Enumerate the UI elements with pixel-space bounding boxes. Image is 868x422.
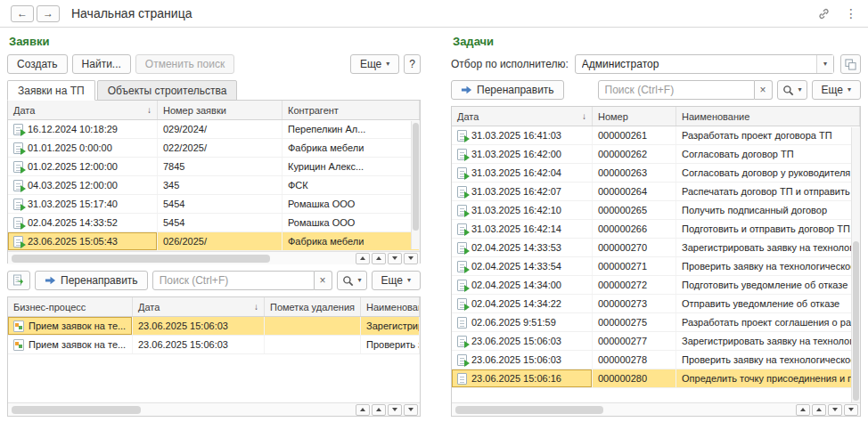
- scroll-to-top-button[interactable]: [356, 404, 370, 416]
- search-options-button[interactable]: ▾: [337, 271, 367, 290]
- scrollbar-thumb[interactable]: [12, 255, 270, 263]
- cell-date: 23.06.2025 15:06:03: [452, 332, 593, 350]
- cell-number: 7845: [158, 158, 283, 175]
- link-icon[interactable]: [817, 7, 831, 20]
- task-doc-icon: [457, 242, 467, 254]
- cancel-search-button[interactable]: Отменить поиск: [135, 54, 234, 74]
- horizontal-scrollbar[interactable]: [8, 402, 420, 416]
- table-row[interactable]: 31.03.2025 16:42:07 000000264 Распечатат…: [452, 183, 860, 201]
- redirect-button[interactable]: Перенаправить: [451, 80, 564, 100]
- clear-search-button[interactable]: ×: [315, 271, 332, 290]
- table-row[interactable]: 23.06.2025 15:06:03 000000277 Зарегистри…: [452, 332, 860, 351]
- table-row[interactable]: 31.03.2025 16:42:10 000000265 Получить п…: [452, 201, 860, 220]
- table-row[interactable]: 02.04.2025 14:33:52 5454 Ромашка ООО: [8, 214, 420, 232]
- redirect-label: Перенаправить: [61, 274, 138, 287]
- table-row[interactable]: 23.06.2025 15:06:16 000000280 Определить…: [452, 369, 860, 388]
- scroll-to-bottom-button[interactable]: [844, 404, 858, 416]
- cell-date: 31.03.2025 16:42:00: [452, 145, 593, 163]
- table-row[interactable]: 01.02.2025 12:00:00 7845 Курицин Алекс..…: [8, 158, 420, 176]
- column-header-name[interactable]: Наименование: [361, 297, 420, 316]
- horizontal-scrollbar[interactable]: [8, 251, 420, 264]
- scroll-up-button[interactable]: [812, 404, 826, 416]
- tab-construction-objects[interactable]: Объекты строительства: [97, 80, 238, 101]
- help-button[interactable]: ?: [404, 54, 421, 74]
- create-button[interactable]: Создать: [7, 54, 68, 74]
- cell-text: 02.04.2025 14:33:52: [28, 217, 118, 228]
- table-row[interactable]: 01.01.2025 0:00:00 022/2025/ Фабрика меб…: [8, 139, 420, 158]
- table-row[interactable]: 23.06.2025 15:05:43 026/2025/ Фабрика ме…: [8, 232, 420, 251]
- tab-requests-tp[interactable]: Заявки на ТП: [7, 80, 95, 101]
- cell-text: 7845: [163, 161, 184, 172]
- column-header-name[interactable]: Наименование: [676, 107, 860, 126]
- scrollbar-thumb[interactable]: [455, 406, 603, 414]
- table-row[interactable]: 31.03.2025 16:41:03 000000261 Разработат…: [452, 126, 860, 145]
- table-row[interactable]: 04.03.2025 12:00:00 345 ФСК: [8, 176, 420, 195]
- search-group: ×: [598, 80, 773, 100]
- table-row[interactable]: Прием заявок на те... 23.06.2025 15:06:0…: [8, 317, 420, 336]
- table-row[interactable]: 31.03.2025 16:42:00 000000262 Согласоват…: [452, 145, 860, 164]
- table-row[interactable]: 16.12.2024 10:18:29 029/2024/ Перепелкин…: [8, 120, 420, 139]
- cell-text: 31.03.2025 16:42:10: [471, 205, 561, 215]
- scroll-down-button[interactable]: [828, 404, 842, 416]
- column-header-date[interactable]: Дата ↓: [133, 297, 265, 316]
- scroll-up-button[interactable]: [372, 404, 386, 416]
- table-row[interactable]: 02.06.2025 9:51:59 000000275 Разработать…: [452, 313, 860, 332]
- column-header-number[interactable]: Номер: [593, 107, 676, 126]
- more-button[interactable]: Еще ▾: [372, 271, 421, 290]
- create-based-on-button[interactable]: [7, 271, 30, 290]
- scroll-up-button[interactable]: [372, 253, 386, 264]
- scrollbar-thumb[interactable]: [413, 123, 419, 231]
- cell-text: 31.03.2025 16:42:00: [471, 149, 561, 159]
- search-options-button[interactable]: ▾: [777, 80, 807, 100]
- more-button[interactable]: Еще ▾: [812, 80, 861, 100]
- column-header-process[interactable]: Бизнес-процесс: [8, 297, 133, 316]
- cell-text: 000000261: [598, 130, 647, 141]
- back-button[interactable]: ←: [11, 5, 34, 22]
- table-row[interactable]: Прием заявок на те... 23.06.2025 15:06:0…: [8, 336, 420, 354]
- forward-button[interactable]: →: [37, 5, 60, 22]
- scrollbar-thumb[interactable]: [12, 406, 141, 414]
- table-row[interactable]: 31.03.2025 15:17:40 5454 Ромашка ООО: [8, 195, 420, 214]
- cell-name: Подготовить и отправить договор ТП в ...: [676, 220, 860, 238]
- cell-text: Курицин Алекс...: [288, 161, 364, 172]
- table-row[interactable]: 31.03.2025 16:42:04 000000263 Согласоват…: [452, 164, 860, 183]
- cell-text: 000000278: [598, 354, 647, 365]
- table-row[interactable]: 31.03.2025 16:42:14 000000266 Подготовит…: [452, 220, 860, 239]
- table-row[interactable]: 02.04.2025 14:34:22 000000273 Отправить …: [452, 295, 860, 313]
- scroll-to-top-button[interactable]: [796, 404, 810, 416]
- find-button[interactable]: Найти...: [72, 54, 131, 74]
- redirect-button[interactable]: Перенаправить: [35, 271, 148, 290]
- cell-date: 02.04.2025 14:33:52: [8, 214, 158, 231]
- scroll-to-bottom-button[interactable]: [404, 404, 418, 416]
- executor-input[interactable]: [576, 55, 816, 73]
- search-input[interactable]: [598, 80, 755, 100]
- table-row[interactable]: 23.06.2025 15:06:03 000000278 Проверить …: [452, 351, 860, 369]
- scroll-to-top-button[interactable]: [356, 253, 370, 264]
- executor-dropdown-button[interactable]: ▾: [816, 55, 833, 73]
- scroll-down-button[interactable]: [388, 253, 402, 264]
- cell-name: Определить точку присоединения и под...: [676, 369, 860, 387]
- cell-text: 23.06.2025 15:06:03: [138, 339, 228, 350]
- table-row[interactable]: 02.04.2025 14:34:00 000000272 Подготовит…: [452, 276, 860, 295]
- vertical-scrollbar[interactable]: [411, 121, 420, 249]
- column-header-date[interactable]: Дата ↓: [8, 101, 158, 119]
- horizontal-scrollbar[interactable]: [452, 402, 860, 416]
- requests-title: Заявки: [9, 35, 421, 48]
- column-header-deletion-mark[interactable]: Пометка удаления: [265, 297, 361, 316]
- menu-dots-icon[interactable]: ⋮: [845, 6, 857, 20]
- table-row[interactable]: 02.04.2025 14:33:54 000000271 Проверить …: [452, 257, 860, 276]
- clear-search-button[interactable]: ×: [755, 80, 773, 100]
- vertical-scrollbar[interactable]: [851, 127, 860, 402]
- scrollbar-thumb[interactable]: [853, 241, 859, 401]
- cell-text: Разработать проект договора ТП: [682, 130, 832, 141]
- column-header-date[interactable]: Дата ↓: [452, 107, 593, 126]
- cell-number: 026/2025/: [158, 232, 283, 250]
- select-from-list-button[interactable]: [840, 54, 861, 74]
- more-button[interactable]: Еще ▾: [350, 54, 399, 74]
- scroll-down-button[interactable]: [388, 404, 402, 416]
- column-header-partner[interactable]: Контрагент: [283, 101, 420, 119]
- search-input[interactable]: [152, 271, 315, 290]
- table-row[interactable]: 02.04.2025 14:33:53 000000270 Зарегистри…: [452, 239, 860, 257]
- scroll-to-bottom-button[interactable]: [404, 253, 418, 264]
- column-header-number[interactable]: Номер заявки: [158, 101, 283, 119]
